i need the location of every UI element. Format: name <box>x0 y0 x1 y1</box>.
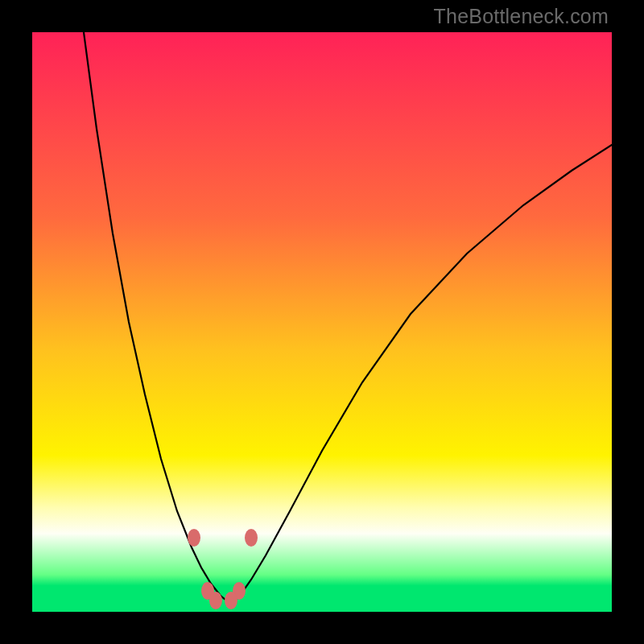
bottleneck-curve <box>32 32 612 612</box>
watermark-text: TheBottleneck.com <box>434 5 609 28</box>
plot-area <box>32 32 612 612</box>
curve-marker-4 <box>209 592 222 609</box>
curve-marker-5 <box>225 592 237 609</box>
curve-left-branch <box>84 32 230 604</box>
curve-marker-0 <box>188 529 200 547</box>
curve-right-branch <box>230 145 612 604</box>
curve-marker-1 <box>245 529 258 547</box>
